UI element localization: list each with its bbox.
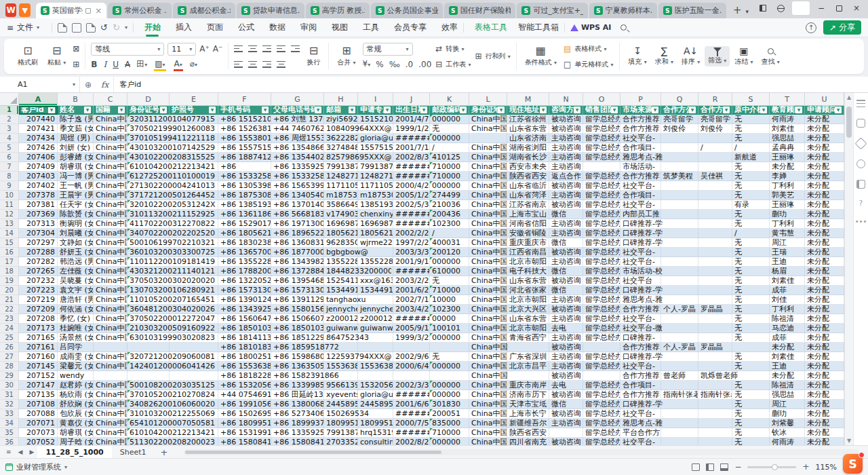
cell[interactable]: 864752343 xyxy=(324,333,358,343)
wrap-text-button[interactable]: ⊟ 换行 xyxy=(304,45,323,67)
cell[interactable]: 合作方推荐 xyxy=(620,124,661,134)
column-letter-K[interactable]: K xyxy=(430,93,469,106)
cell[interactable]: 留学总经办 xyxy=(583,390,620,400)
cell[interactable]: 被动咨询 xyxy=(549,390,583,400)
cell[interactable]: 左佳薇 (女 xyxy=(58,267,94,276)
cell[interactable]: 327484864 xyxy=(324,143,358,153)
cell[interactable]: China中国 xyxy=(94,200,127,210)
column-letter-Q[interactable]: Q xyxy=(661,93,698,106)
cell[interactable]: +44 7460762888 xyxy=(271,124,324,134)
cell[interactable]: 无 xyxy=(732,324,770,333)
cell[interactable]: 胡睿琪 (女 xyxy=(58,428,94,438)
cell[interactable]: 未分配 xyxy=(805,229,844,238)
filter-dropdown-icon[interactable]: ▼ xyxy=(48,107,55,113)
cell[interactable] xyxy=(698,419,732,428)
cell[interactable]: 未分配 xyxy=(805,333,844,343)
cell[interactable]: +86 15026953 xyxy=(218,409,271,419)
cell[interactable]: +86 18056219 xyxy=(218,229,271,238)
cell[interactable]: 留学总经办 xyxy=(583,438,620,445)
cell[interactable]: 赵君婷 (女 xyxy=(58,381,94,390)
cell[interactable]: 刘佳 xyxy=(770,295,805,305)
add-sheet-button[interactable]: + xyxy=(155,447,174,457)
cell[interactable]: 被动咨询 xyxy=(549,200,583,210)
cell[interactable]: 200436 xyxy=(430,210,469,219)
cell[interactable]: 合作项目- xyxy=(620,191,661,200)
column-header[interactable]: 父母电话号码▼ xyxy=(271,106,324,115)
cell[interactable]: 微信 xyxy=(549,238,583,248)
cell[interactable]: 无 xyxy=(732,115,770,124)
cell[interactable]: 刘俊伶 xyxy=(661,124,698,134)
filter-dropdown-icon[interactable]: ▼ xyxy=(574,107,580,113)
cell[interactable]: 被动咨询 xyxy=(549,115,583,124)
cell[interactable]: 电子科技大 xyxy=(507,267,549,276)
zoom-in-button[interactable]: + xyxy=(802,462,809,472)
horizontal-scroll-thumb[interactable] xyxy=(185,451,441,454)
wps-s-floating-logo[interactable]: S xyxy=(843,454,863,474)
cell[interactable]: 122593794XXX@163.c xyxy=(324,352,358,362)
cell[interactable]: +44 07546918 xyxy=(218,390,271,400)
cell[interactable]: 留学总经办 xyxy=(583,419,620,428)
cell[interactable]: 雅思考点-雅 xyxy=(620,419,661,428)
cell[interactable]: 180995191 xyxy=(358,419,393,428)
cell[interactable]: 马恋迪 xyxy=(770,324,805,333)
clear-format-button[interactable]: ⌀▾ xyxy=(190,59,197,70)
cell[interactable]: 社交平台- xyxy=(620,257,661,267)
cell[interactable]: 150269534 xyxy=(324,409,358,419)
cell[interactable]: 成菲 xyxy=(770,286,805,295)
cell[interactable]: 630103199903020823 xyxy=(127,333,170,343)
file-tab[interactable]: S国任财产保险样本.x xyxy=(444,3,515,18)
cell[interactable]: 32010220020531242X xyxy=(127,200,170,210)
cell[interactable]: +86 1395468251 xyxy=(271,276,324,286)
increase-font-icon[interactable]: A⁺ xyxy=(199,44,210,54)
panel-settings-icon[interactable] xyxy=(856,100,865,107)
cell[interactable]: 王迪 xyxy=(770,362,805,371)
cell[interactable]: 310103200212255069 xyxy=(127,409,170,419)
cell[interactable]: 留学总经办 xyxy=(583,428,620,438)
cell[interactable] xyxy=(698,438,732,445)
cell[interactable]: xyevents@ xyxy=(324,390,358,400)
cell[interactable] xyxy=(698,409,732,419)
cell[interactable]: 汤景然 (女 xyxy=(58,333,94,343)
cell[interactable]: 未分配 xyxy=(805,219,844,229)
cell[interactable]: +86 1354866895 xyxy=(271,143,324,153)
cell[interactable]: 唐浩轩 (男 xyxy=(58,295,94,305)
cut-icon[interactable]: ⊠ xyxy=(73,44,79,54)
column-header[interactable]: 合作方公司▼ xyxy=(661,106,698,115)
cell[interactable]: tanghaoxu xyxy=(324,295,358,305)
cell[interactable]: 舒妍玉 (女 xyxy=(58,248,94,257)
cell[interactable] xyxy=(430,343,469,352)
cell[interactable]: 北京市昌平 xyxy=(507,362,549,371)
file-tab[interactable]: S宁夏教师样本.xlsx xyxy=(589,3,657,18)
cell[interactable]: 何依涵 (女 xyxy=(58,305,94,314)
row-number[interactable]: 19 xyxy=(0,276,19,286)
cell[interactable]: 未分配 xyxy=(805,381,844,390)
cell[interactable]: China中国 xyxy=(94,295,127,305)
cell[interactable]: 社交平台- xyxy=(620,409,661,419)
cell[interactable]: 430102200208315525 xyxy=(127,153,170,162)
cell[interactable]: ######## xyxy=(393,210,430,219)
decimal-decrease-icon[interactable]: .00 xyxy=(418,60,431,69)
cell[interactable]: China中国 xyxy=(469,324,507,333)
filter-dropdown-icon[interactable]: ▼ xyxy=(723,107,730,113)
scroll-up-icon[interactable]: ▲ xyxy=(845,94,853,100)
cell[interactable]: 207173 xyxy=(19,324,58,333)
cell[interactable]: 无 xyxy=(732,248,770,257)
cell[interactable]: 季文茹 (女 xyxy=(58,124,94,134)
cell[interactable]: China中国 xyxy=(469,381,507,390)
cell[interactable]: 主动咨询 xyxy=(549,333,583,343)
formula-input[interactable]: 客户id xyxy=(113,77,868,92)
maximize-button[interactable] xyxy=(830,1,848,15)
cell[interactable]: China中国 xyxy=(94,438,127,445)
cell[interactable]: 117110505 xyxy=(324,181,358,191)
filter-dropdown-icon[interactable]: ▼ xyxy=(315,107,321,113)
filter-dropdown-icon[interactable]: ▼ xyxy=(209,107,216,113)
cell[interactable] xyxy=(698,324,732,333)
cell[interactable]: 180562199 xyxy=(324,229,358,238)
cell[interactable]: China中国 xyxy=(469,267,507,276)
cell[interactable]: 山东省济南 xyxy=(507,134,549,143)
cell[interactable]: +86 13053983 xyxy=(218,181,271,191)
cell[interactable]: 江西省南昌 xyxy=(507,248,549,257)
column-header[interactable]: 邮政编码▼ xyxy=(430,106,469,115)
filter-dropdown-icon[interactable]: ▼ xyxy=(689,107,696,113)
cell[interactable]: 主动咨询 xyxy=(549,219,583,229)
